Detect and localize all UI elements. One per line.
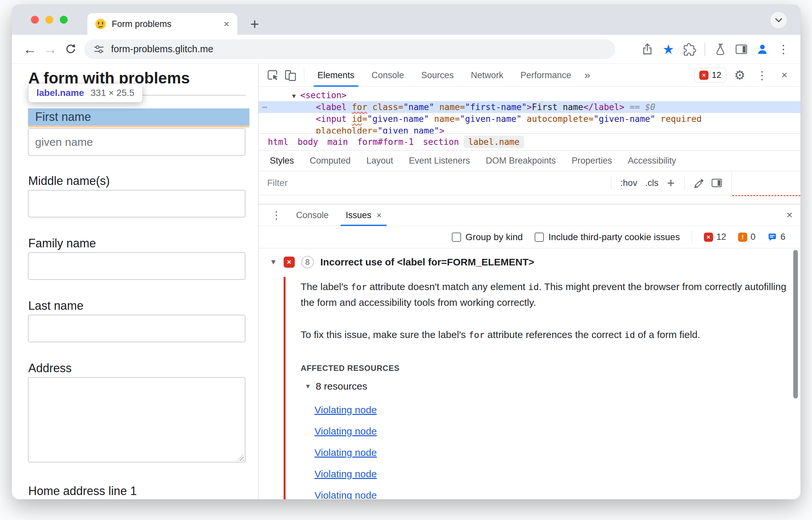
site-settings-icon[interactable] (93, 44, 104, 55)
resources-toggle[interactable]: ▼8 resources (305, 381, 367, 392)
reload-button[interactable] (60, 39, 81, 59)
issue-fix-hint: To fix this issue, make sure the label's… (301, 327, 790, 343)
sidebar-pane-toggle-button[interactable] (708, 174, 726, 192)
new-style-rule-button[interactable]: + (662, 176, 679, 189)
breadcrumb-item-section[interactable]: section (418, 136, 464, 148)
violating-node-link[interactable]: Violating node (314, 426, 377, 437)
issue-header[interactable]: ▼ × 8 Incorrect use of <label for=FORM_E… (270, 256, 534, 268)
more-actions-icon[interactable]: ⋯ (262, 101, 268, 113)
breadcrumb-item-label[interactable]: label.name (464, 136, 525, 148)
inspect-cursor-icon (265, 68, 280, 82)
tree-row-section[interactable]: ▼<section> (259, 89, 801, 101)
settings-gear-icon[interactable]: ⚙ (731, 67, 748, 84)
inspected-first-name-label: First name (28, 108, 249, 126)
puzzle-icon (683, 43, 696, 56)
side-panel-button[interactable] (732, 40, 751, 58)
back-button[interactable]: ← (20, 39, 40, 59)
reload-icon (64, 42, 78, 56)
violating-node-link[interactable]: Violating node (314, 490, 377, 499)
warning-icon: ! (738, 233, 747, 242)
window-controls (31, 16, 68, 24)
tab-close-icon[interactable]: × (224, 19, 229, 29)
scrollbar-thumb[interactable] (793, 250, 798, 398)
breadcrumb-item-body[interactable]: body (293, 136, 323, 148)
device-toolbar-button[interactable] (282, 67, 299, 84)
toolbar-divider (692, 231, 692, 244)
extensions-button[interactable] (680, 40, 699, 58)
breadcrumb-item-main[interactable]: main (323, 136, 353, 148)
toggle-element-state-button[interactable]: :hov (616, 178, 641, 188)
group-by-kind-checkbox[interactable]: Group by kind (452, 232, 523, 242)
issue-error-icon: × (284, 257, 295, 268)
drawer-tab-console[interactable]: Console (287, 204, 337, 226)
violating-node-link[interactable]: Violating node (314, 447, 377, 458)
checkbox-icon[interactable] (452, 233, 461, 242)
forward-button[interactable]: → (40, 39, 60, 59)
element-classes-button[interactable]: .cls (641, 178, 662, 188)
experiments-button[interactable] (711, 40, 730, 58)
third-party-cookie-checkbox[interactable]: Include third-party cookie issues (535, 232, 680, 242)
drawer-tab-issues[interactable]: Issues× (337, 204, 390, 226)
minimize-window-button[interactable] (45, 16, 53, 24)
message-count: 6 (767, 232, 785, 242)
inspect-element-button[interactable] (264, 67, 282, 84)
styles-filter-input[interactable] (259, 178, 606, 188)
tab-dom-breakpoints[interactable]: DOM Breakpoints (478, 156, 563, 166)
rendering-emulation-button[interactable] (690, 174, 708, 192)
close-drawer-button[interactable]: × (786, 209, 793, 221)
drawer-menu-button[interactable]: ⋮ (265, 209, 287, 222)
resources-expand-icon[interactable]: ▼ (305, 383, 311, 390)
tab-sources[interactable]: Sources (413, 64, 462, 87)
tooltip-dimensions: 331 × 25.5 (91, 88, 134, 98)
profile-avatar[interactable] (753, 40, 771, 58)
bookmark-star-icon[interactable]: ★ (659, 40, 678, 58)
tree-row-input[interactable]: <input id="given-name" name="given-name"… (259, 113, 801, 125)
family-name-input[interactable] (28, 252, 246, 280)
sidebar-pane-icon (710, 177, 723, 189)
tab-search-button[interactable] (770, 12, 787, 28)
tab-properties[interactable]: Properties (563, 156, 620, 166)
issue-title[interactable]: Incorrect use of <label for=FORM_ELEMENT… (321, 257, 534, 268)
address-bar[interactable]: form-problems.glitch.me (84, 40, 615, 59)
browser-tab[interactable]: Form problems × (87, 13, 237, 35)
toolbar-divider (304, 68, 304, 82)
issues-counter-button[interactable]: ×12 (694, 68, 726, 82)
close-issues-tab-icon[interactable]: × (377, 204, 382, 226)
expand-arrow-icon[interactable]: ▼ (291, 93, 297, 100)
new-tab-button[interactable]: + (246, 15, 263, 33)
tree-row-input-continued[interactable]: placeholder="given name"> (259, 125, 801, 133)
breadcrumb-item-html[interactable]: html (263, 136, 293, 148)
zoom-window-button[interactable] (60, 16, 68, 24)
tree-row-label-selected[interactable]: ⋯ <label for class="name" name="first-na… (259, 101, 801, 113)
breadcrumb-item-form[interactable]: form#form-1 (353, 136, 418, 148)
issue-expand-icon[interactable]: ▼ (270, 258, 277, 266)
address-textarea[interactable] (28, 377, 246, 463)
inspect-tooltip: label.name 331 × 25.5 (28, 83, 143, 103)
tab-console[interactable]: Console (363, 64, 413, 87)
devtools-toolbar-right: ×12 ⚙ ⋮ × (694, 67, 793, 84)
more-tabs-button[interactable]: » (580, 69, 595, 81)
field-label-last-name: Last name (28, 299, 83, 313)
violating-node-link[interactable]: Violating node (314, 405, 377, 416)
tab-accessibility[interactable]: Accessibility (620, 156, 684, 166)
checkbox-icon[interactable] (535, 233, 544, 242)
tab-performance[interactable]: Performance (512, 64, 580, 87)
tab-computed[interactable]: Computed (302, 156, 359, 166)
tab-elements[interactable]: Elements (309, 64, 363, 87)
given-name-input[interactable] (28, 128, 246, 156)
tab-favicon-icon (95, 19, 106, 29)
tab-styles[interactable]: Styles (262, 156, 302, 166)
tab-network[interactable]: Network (462, 64, 512, 87)
devtools-menu-button[interactable]: ⋮ (753, 67, 771, 84)
browser-menu-button[interactable]: ⋮ (774, 40, 793, 58)
share-button[interactable] (638, 40, 657, 58)
tab-event-listeners[interactable]: Event Listeners (401, 156, 478, 166)
close-devtools-button[interactable]: × (776, 67, 793, 84)
middle-name-input[interactable] (28, 190, 246, 217)
violating-node-link[interactable]: Violating node (314, 468, 377, 479)
last-name-input[interactable] (28, 315, 246, 342)
tab-layout[interactable]: Layout (358, 156, 401, 166)
close-window-button[interactable] (31, 16, 39, 24)
url-text: form-problems.glitch.me (111, 44, 213, 54)
warning-count: !0 (738, 232, 756, 242)
